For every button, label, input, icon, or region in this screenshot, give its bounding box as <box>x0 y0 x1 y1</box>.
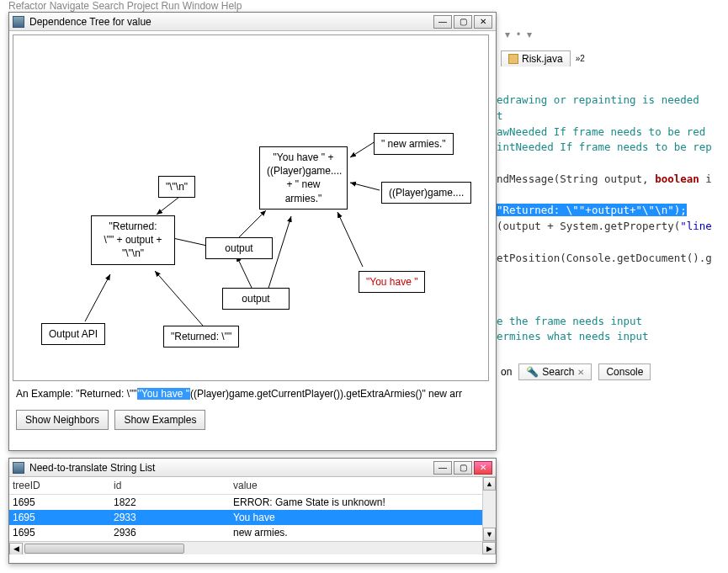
svg-line-1 <box>350 183 380 190</box>
graph-node-you-have-red[interactable]: "You have " <box>359 271 425 293</box>
cell-id: 2933 <box>114 512 233 523</box>
toolbar-dropdown-icon[interactable]: ▾ <box>527 29 532 40</box>
window-title: Dependence Tree for value <box>29 16 432 28</box>
cell-value: You have <box>233 512 492 523</box>
editor-tab-label: Risk.java <box>522 53 563 65</box>
scroll-thumb[interactable] <box>24 544 184 554</box>
code-comment: e the frame needs input <box>497 315 642 327</box>
close-button[interactable]: ✕ <box>474 15 492 29</box>
example-highlight: "You have " <box>137 388 190 400</box>
graph-node-returned-small[interactable]: "Returned: \"" <box>163 326 239 348</box>
code-editor[interactable]: edrawing or repainting is needed t awNee… <box>497 93 728 345</box>
dependence-graph-canvas[interactable]: " new armies." "You have " + ((Player)ga… <box>13 34 489 381</box>
graph-node-slash-n[interactable]: "\"\n" <box>158 176 195 198</box>
code-keyword: boolean <box>655 172 699 185</box>
graph-node-you-have-block[interactable]: "You have " + ((Player)game.... + " new … <box>259 146 348 210</box>
scroll-right-icon[interactable]: ▶ <box>482 542 496 554</box>
scroll-up-icon[interactable]: ▲ <box>483 477 496 491</box>
titlebar[interactable]: Dependence Tree for value — ▢ ✕ <box>9 13 496 31</box>
cell-treeid: 1695 <box>13 527 114 539</box>
svg-line-7 <box>236 256 252 288</box>
search-icon: 🔦 <box>526 366 539 378</box>
vertical-scrollbar[interactable]: ▲ ▼ <box>482 477 496 541</box>
graph-node-returned-block[interactable]: "Returned: \"" + output + "\"\n" <box>91 215 175 265</box>
menu-bar: Refactor Navigate Search Project Run Win… <box>8 0 242 12</box>
graph-node-output-1[interactable]: output <box>205 237 273 259</box>
col-value[interactable]: value <box>233 480 492 491</box>
svg-line-9 <box>85 274 110 321</box>
tab-label: Search <box>542 366 574 378</box>
code-comment: t <box>497 109 503 122</box>
graph-node-player-game[interactable]: ((Player)game.... <box>381 182 471 204</box>
toolbar-separator: • <box>517 29 520 40</box>
svg-line-2 <box>337 212 363 267</box>
close-button[interactable]: ✕ <box>474 461 492 475</box>
scroll-left-icon[interactable]: ◀ <box>9 543 23 555</box>
editor-tab-risk[interactable]: Risk.java <box>501 50 571 66</box>
dependence-tree-window: Dependence Tree for value — ▢ ✕ " new ar… <box>8 12 497 451</box>
cell-treeid: 1695 <box>13 496 114 508</box>
code-text: etPosition(Console.getDocument().g <box>497 252 712 264</box>
graph-node-new-armies[interactable]: " new armies." <box>374 133 454 155</box>
maximize-button[interactable]: ▢ <box>454 461 472 475</box>
toolbar-dropdown-icon[interactable]: ▾ <box>505 29 510 40</box>
tab-console[interactable]: Console <box>598 363 651 380</box>
toolbar: ▾ • ▾ <box>505 29 532 40</box>
window-icon <box>13 462 24 474</box>
graph-node-output-2[interactable]: output <box>222 288 290 310</box>
svg-line-0 <box>350 141 375 157</box>
code-comment: ermines what needs input <box>497 330 649 342</box>
example-line: An Example: "Returned: \"""You have "((P… <box>9 385 496 403</box>
code-comment: edrawing or repainting is needed <box>497 93 699 106</box>
code-text: i <box>699 172 712 185</box>
table-row-selected[interactable]: 1695 2933 You have <box>9 510 496 525</box>
string-list-table[interactable]: treeID id value 1695 1822 ERROR: Game St… <box>9 477 496 554</box>
col-id[interactable]: id <box>114 480 233 491</box>
titlebar[interactable]: Need-to-translate String List — ▢ ✕ <box>9 459 496 477</box>
code-text: (output + System.getProperty( <box>497 220 680 232</box>
window-title: Need-to-translate String List <box>29 462 432 474</box>
cell-value: ERROR: Game State is unknown! <box>233 496 492 508</box>
scroll-down-icon[interactable]: ▼ <box>483 528 496 541</box>
maximize-button[interactable]: ▢ <box>454 15 472 29</box>
example-prefix: An Example: "Returned: \"" <box>16 388 137 400</box>
string-list-window: Need-to-translate String List — ▢ ✕ tree… <box>8 458 497 564</box>
minimize-button[interactable]: — <box>433 15 452 29</box>
code-comment: intNeeded If frame needs to be rep <box>497 141 712 153</box>
table-row[interactable]: 1695 2936 new armies. <box>9 525 496 540</box>
show-examples-button[interactable]: Show Examples <box>114 410 205 430</box>
code-highlighted-line: "Returned: \""+output+"\"\n"); <box>497 204 687 216</box>
close-icon[interactable]: ✕ <box>577 368 584 377</box>
code-string: "line <box>680 220 712 232</box>
tab-fragment: on <box>501 366 512 378</box>
tab-label: Console <box>606 366 643 378</box>
window-icon <box>13 16 24 28</box>
example-suffix: ((Player)game.getCurrentPlayer()).getExt… <box>190 388 462 400</box>
code-text: ndMessage(String output, <box>497 172 655 185</box>
tab-search[interactable]: 🔦 Search ✕ <box>518 363 592 380</box>
cell-value: new armies. <box>233 527 492 539</box>
horizontal-scrollbar[interactable]: ◀ ▶ <box>9 541 496 554</box>
editor-tabs-overflow[interactable]: »2 <box>576 54 585 63</box>
table-header[interactable]: treeID id value <box>9 477 496 495</box>
cell-treeid: 1695 <box>13 512 114 523</box>
col-treeid[interactable]: treeID <box>13 480 114 491</box>
cell-id: 2936 <box>114 527 233 539</box>
graph-node-output-api[interactable]: Output API <box>41 323 105 345</box>
table-row[interactable]: 1695 1822 ERROR: Game State is unknown! <box>9 495 496 510</box>
minimize-button[interactable]: — <box>433 461 452 475</box>
cell-id: 1822 <box>114 496 233 508</box>
code-comment: awNeeded If frame needs to be red <box>497 125 705 138</box>
show-neighbors-button[interactable]: Show Neighbors <box>16 410 109 430</box>
java-file-icon <box>508 54 518 64</box>
svg-line-8 <box>155 271 203 326</box>
